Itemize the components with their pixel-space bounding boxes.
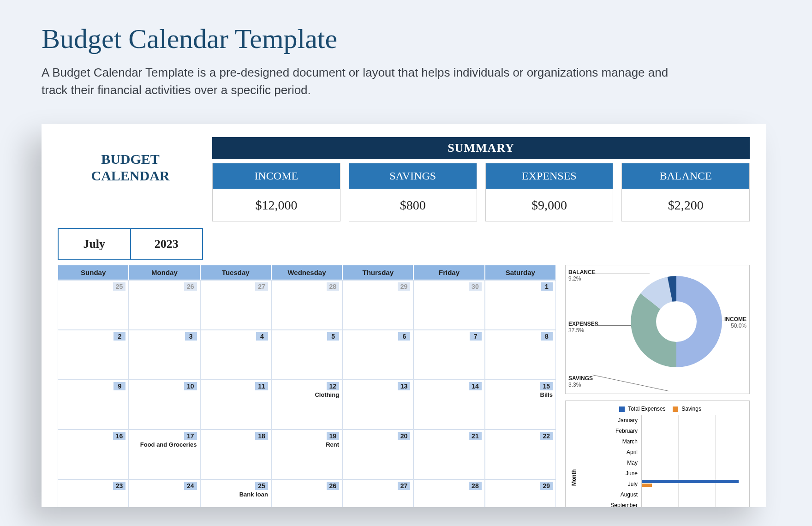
- calendar-cell[interactable]: 17Food and Groceries: [129, 430, 200, 479]
- calendar-day-number: 19: [327, 432, 340, 440]
- calendar-event: Clothing: [275, 391, 339, 398]
- calendar-cell[interactable]: 12Clothing: [271, 380, 342, 430]
- summary-card-value: $9,000: [486, 189, 613, 221]
- calendar-day-number: 11: [255, 382, 268, 390]
- calendar-day-number: 6: [398, 332, 410, 341]
- calendar-day-number: 26: [184, 282, 197, 291]
- month-cell[interactable]: July: [59, 229, 130, 259]
- calendar-grid: SundayMondayTuesdayWednesdayThursdayFrid…: [58, 265, 556, 507]
- bar-expenses: [642, 480, 739, 483]
- bar-row: April: [607, 447, 744, 457]
- budget-calendar-heading-line2: CALENDAR: [58, 167, 203, 184]
- calendar-event: Food and Groceries: [132, 441, 197, 448]
- summary-card-value: $2,200: [622, 189, 749, 221]
- calendar-cell[interactable]: 24: [129, 479, 200, 507]
- svg-point-0: [656, 301, 697, 342]
- bar-savings: [642, 484, 652, 487]
- summary-header: SUMMARY: [212, 137, 750, 159]
- calendar-cell[interactable]: 14: [413, 380, 484, 430]
- calendar-cell[interactable]: 11: [200, 380, 271, 430]
- calendar-day-number: 30: [469, 282, 482, 291]
- calendar-cell[interactable]: 1: [485, 280, 556, 330]
- calendar-cell[interactable]: 19Rent: [271, 430, 342, 479]
- template-preview: BUDGET CALENDAR SUMMARY INCOME$12,000SAV…: [42, 124, 766, 507]
- calendar-cell[interactable]: 7: [413, 330, 484, 380]
- calendar-day-number: 13: [398, 382, 411, 390]
- calendar-cell[interactable]: 25: [58, 280, 129, 330]
- calendar-cell[interactable]: 28: [271, 280, 342, 330]
- calendar-cell[interactable]: 30: [413, 280, 484, 330]
- calendar-cell[interactable]: 9: [58, 380, 129, 430]
- calendar-day-number: 4: [256, 332, 268, 341]
- calendar-day-header: Sunday: [58, 265, 129, 280]
- summary-card-label: INCOME: [213, 163, 340, 189]
- bar-month-label: March: [607, 438, 641, 445]
- calendar-day-number: 14: [469, 382, 482, 390]
- calendar-cell[interactable]: 15Bills: [485, 380, 556, 430]
- bar-row: January: [607, 415, 744, 425]
- calendar-day-number: 23: [113, 482, 126, 490]
- calendar-day-number: 8: [541, 332, 553, 341]
- calendar-cell[interactable]: 5: [271, 330, 342, 380]
- calendar-day-header: Tuesday: [200, 265, 271, 280]
- calendar-day-number: 27: [255, 282, 268, 291]
- calendar-cell[interactable]: 10: [129, 380, 200, 430]
- calendar-day-number: 10: [184, 382, 197, 390]
- bar-row: May: [607, 457, 744, 468]
- bar-month-label: May: [607, 460, 641, 466]
- calendar-day-number: 25: [113, 282, 126, 291]
- year-cell[interactable]: 2023: [130, 229, 203, 259]
- calendar-day-number: 26: [327, 482, 340, 490]
- calendar-day-header: Wednesday: [271, 265, 342, 280]
- calendar-cell[interactable]: 4: [200, 330, 271, 380]
- donut-balance-label: BALANCE: [568, 269, 596, 275]
- calendar-cell[interactable]: 3: [129, 330, 200, 380]
- calendar-cell[interactable]: 21: [413, 430, 484, 479]
- calendar-cell[interactable]: 28: [413, 479, 484, 507]
- calendar-event: Bills: [488, 391, 553, 398]
- calendar-cell[interactable]: 8: [485, 330, 556, 380]
- bar-row: July: [607, 478, 744, 489]
- summary-card-label: BALANCE: [622, 163, 749, 189]
- page-description: A Budget Calendar Template is a pre-desi…: [42, 64, 697, 99]
- donut-balance-pct: 9.2%: [568, 275, 596, 282]
- calendar-cell[interactable]: 29: [485, 479, 556, 507]
- bar-axis-label: Month: [571, 469, 577, 486]
- calendar-cell[interactable]: 20: [342, 430, 413, 479]
- summary-card-value: $12,000: [213, 189, 340, 221]
- month-year-selector[interactable]: July 2023: [58, 228, 203, 260]
- calendar-cell[interactable]: 23: [58, 479, 129, 507]
- calendar-cell[interactable]: 18: [200, 430, 271, 479]
- calendar-day-number: 16: [113, 432, 126, 440]
- calendar-cell[interactable]: 26: [129, 280, 200, 330]
- calendar-day-number: 27: [398, 482, 411, 490]
- calendar-cell[interactable]: 16: [58, 430, 129, 479]
- donut-savings-label: SAVINGS: [568, 375, 593, 382]
- bar-month-label: June: [607, 470, 641, 477]
- calendar-cell[interactable]: 27: [200, 280, 271, 330]
- calendar-day-header: Monday: [129, 265, 200, 280]
- calendar-cell[interactable]: 29: [342, 280, 413, 330]
- summary-card-expenses: EXPENSES$9,000: [485, 163, 614, 221]
- calendar-cell[interactable]: 6: [342, 330, 413, 380]
- calendar-day-number: 28: [469, 482, 482, 490]
- calendar-day-number: 5: [327, 332, 339, 341]
- donut-expenses-label: EXPENSES: [568, 321, 598, 327]
- calendar-day-number: 21: [469, 432, 482, 440]
- calendar-cell[interactable]: 2: [58, 330, 129, 380]
- calendar-cell[interactable]: 26: [271, 479, 342, 507]
- bar-month-label: April: [607, 449, 641, 455]
- calendar-day-number: 2: [113, 332, 125, 341]
- bar-chart: Total Expenses Savings Month JanuaryFebr…: [565, 400, 750, 507]
- calendar-day-number: 12: [327, 382, 340, 390]
- calendar-day-number: 22: [540, 432, 553, 440]
- calendar-cell[interactable]: 22: [485, 430, 556, 479]
- calendar-cell[interactable]: 13: [342, 380, 413, 430]
- bar-row: September: [607, 500, 744, 507]
- calendar-cell[interactable]: 27: [342, 479, 413, 507]
- budget-calendar-heading-line1: BUDGET: [58, 151, 203, 167]
- donut-savings-pct: 3.3%: [568, 382, 593, 388]
- calendar-cell[interactable]: 25Bank loan: [200, 479, 271, 507]
- summary-card-label: SAVINGS: [349, 163, 477, 189]
- calendar-day-number: 15: [540, 382, 553, 390]
